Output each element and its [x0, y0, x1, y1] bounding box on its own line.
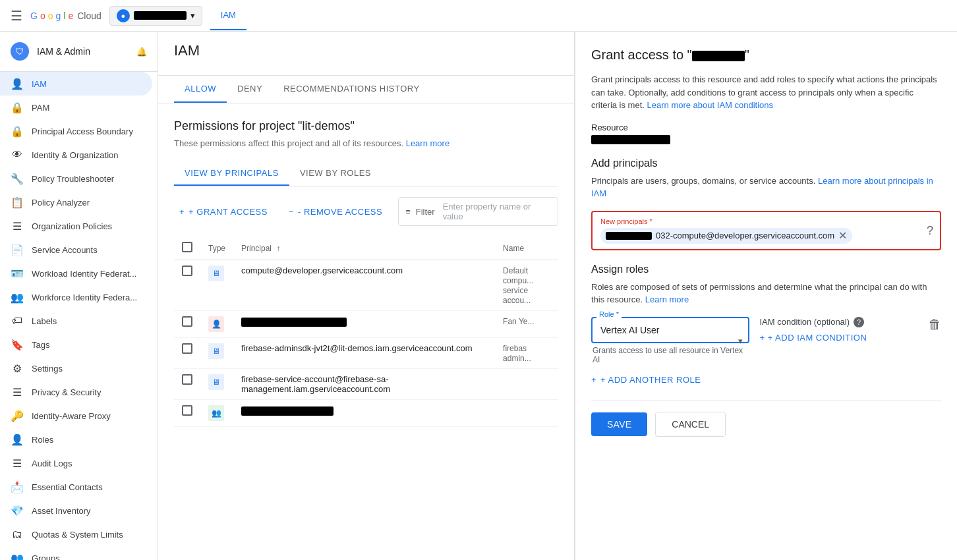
action-buttons: SAVE CANCEL — [591, 412, 941, 437]
sidebar-item-identity[interactable]: 👁 Identity & Organization — [0, 143, 152, 167]
menu-icon[interactable]: ☰ — [11, 8, 22, 24]
principal-name-redacted — [241, 318, 347, 327]
row-checkbox[interactable] — [182, 266, 192, 276]
grant-panel: Grant access to "" Grant principals acce… — [575, 32, 957, 560]
cancel-button[interactable]: CANCEL — [655, 412, 726, 437]
sidebar-item-privacy-security[interactable]: ☰ Privacy & Security — [0, 380, 152, 404]
save-button[interactable]: SAVE — [591, 412, 647, 436]
help-condition-icon[interactable]: ? — [854, 317, 864, 327]
row-checkbox[interactable] — [182, 405, 192, 416]
sidebar-item-essential-contacts[interactable]: 📩 Essential Contacts — [0, 475, 152, 499]
sidebar-item-label: Asset Inventory — [32, 506, 91, 516]
plus-condition-icon: + — [760, 333, 765, 343]
row-checkbox[interactable] — [182, 343, 192, 354]
assign-roles-desc: Roles are composed of sets of permission… — [591, 281, 941, 306]
add-principals-title: Add principals — [591, 157, 941, 169]
sidebar: 🛡 IAM & Admin 🔔 👤 IAM 🔒 PAM 🔒 Principal … — [0, 32, 158, 560]
bell-icon[interactable]: 🔔 — [136, 47, 147, 57]
google-cloud-logo: Google Cloud — [30, 11, 102, 21]
principal-email: compute@developer.gserviceaccount.com — [241, 266, 487, 275]
tab-deny[interactable]: DENY — [227, 76, 273, 103]
sidebar-item-asset-inventory[interactable]: 💎 Asset Inventory — [0, 499, 152, 522]
type-icon: 👤 — [208, 316, 224, 332]
project-name-redacted — [134, 11, 187, 20]
filter-label: Filter — [416, 207, 435, 217]
add-another-role-button[interactable]: + + ADD ANOTHER ROLE — [591, 370, 941, 390]
sidebar-item-workload-identity[interactable]: 🪪 Workload Identity Federat... — [0, 262, 152, 285]
content-area: IAM ALLOW DENY RECOMMENDATIONS HISTORY P… — [158, 32, 957, 560]
identity-icon: 👁 — [11, 148, 24, 161]
delete-role-icon[interactable]: 🗑 — [928, 317, 941, 332]
learn-more-conditions-link[interactable]: Learn more about IAM conditions — [647, 100, 774, 110]
labels-icon: 🏷 — [11, 314, 24, 327]
sidebar-item-label: Policy Troubleshooter — [32, 174, 114, 184]
sidebar-item-quotas[interactable]: 🗂 Quotas & System Limits — [0, 522, 152, 546]
view-by-roles-tab[interactable]: VIEW BY ROLES — [289, 161, 382, 186]
add-iam-condition-button[interactable]: + + ADD IAM CONDITION — [760, 333, 867, 343]
role-description: Grants access to use all resource in Ver… — [591, 346, 749, 364]
project-name-redacted — [692, 51, 745, 61]
role-select-container: Role * Vertex AI User ▾ Grants access to… — [591, 317, 749, 364]
sidebar-item-iam[interactable]: 👤 IAM — [0, 72, 152, 96]
sidebar-item-groups[interactable]: 👥 Groups — [0, 546, 152, 560]
sidebar-item-label: Quotas & System Limits — [32, 530, 123, 540]
col-name: Name — [495, 237, 558, 260]
sidebar-item-labels[interactable]: 🏷 Labels — [0, 309, 152, 333]
tab-allow[interactable]: ALLOW — [174, 76, 227, 103]
assign-roles-title: Assign roles — [591, 264, 941, 275]
chip-close-icon[interactable]: ✕ — [838, 231, 847, 241]
help-icon[interactable]: ? — [927, 223, 933, 237]
table-row: 🖥 firebase-adminsdk-jvt2t@lit-demos.iam.… — [174, 338, 558, 369]
sidebar-item-settings[interactable]: ⚙ Settings — [0, 356, 152, 380]
sidebar-item-label: Privacy & Security — [32, 387, 101, 397]
sidebar-item-roles[interactable]: 👤 Roles — [0, 428, 152, 451]
add-principals-desc: Principals are users, groups, domains, o… — [591, 175, 941, 200]
type-icon: 🖥 — [208, 374, 224, 390]
shield-icon: 🛡 — [11, 42, 29, 61]
role-row: Role * Vertex AI User ▾ Grants access to… — [591, 317, 941, 364]
learn-more-link[interactable]: Learn more — [406, 138, 450, 148]
service-accounts-icon: 📄 — [11, 243, 24, 256]
audit-icon: ☰ — [11, 457, 24, 470]
row-checkbox[interactable] — [182, 316, 192, 327]
sidebar-item-pam[interactable]: 🔒 PAM — [0, 96, 152, 119]
role-select[interactable]: Vertex AI User — [591, 317, 749, 343]
iam-content: Permissions for project "lit-demos" Thes… — [158, 103, 574, 443]
iam-icon: 👤 — [11, 77, 24, 90]
chip-email: 032-compute@developer.gserviceaccount.co… — [656, 231, 834, 240]
filter-icon: ≡ — [405, 207, 411, 217]
main-layout: 🛡 IAM & Admin 🔔 👤 IAM 🔒 PAM 🔒 Principal … — [0, 32, 957, 560]
iam-panel: IAM ALLOW DENY RECOMMENDATIONS HISTORY P… — [158, 32, 575, 560]
iam-condition-label: IAM condition (optional) ? — [760, 317, 865, 327]
name-text: Fan Ye... — [503, 317, 534, 326]
sidebar-item-workforce-identity[interactable]: 👥 Workforce Identity Federa... — [0, 285, 152, 309]
sidebar-item-label: IAM — [32, 79, 47, 89]
learn-more-roles-link[interactable]: Learn more — [645, 294, 689, 304]
row-checkbox[interactable] — [182, 374, 192, 385]
new-principals-label: New principals * — [600, 217, 932, 225]
tab-recommendations[interactable]: RECOMMENDATIONS HISTORY — [273, 76, 430, 103]
sidebar-item-service-accounts[interactable]: 📄 Service Accounts — [0, 238, 152, 262]
grant-access-button[interactable]: + + GRANT ACCESS — [174, 203, 273, 221]
sidebar-item-audit-logs[interactable]: ☰ Audit Logs — [0, 451, 152, 475]
roles-icon: 👤 — [11, 433, 24, 446]
sidebar-item-org-policies[interactable]: ☰ Organization Policies — [0, 214, 152, 238]
remove-access-button[interactable]: − - REMOVE ACCESS — [283, 203, 388, 221]
filter-input-container[interactable]: ≡ Filter Enter property name or value — [398, 197, 558, 226]
sidebar-item-label: Roles — [32, 435, 53, 445]
sidebar-item-identity-aware-proxy[interactable]: 🔑 Identity-Aware Proxy — [0, 404, 152, 428]
sidebar-item-label: Identity-Aware Proxy — [32, 411, 111, 421]
sidebar-item-label: Workload Identity Federat... — [32, 269, 136, 279]
sidebar-item-policy-analyzer[interactable]: 📋 Policy Analyzer — [0, 190, 152, 214]
table-row: 🖥 compute@developer.gserviceaccount.com … — [174, 260, 558, 311]
iam-tabs: ALLOW DENY RECOMMENDATIONS HISTORY — [158, 76, 574, 103]
sidebar-item-policy-troubleshooter[interactable]: 🔧 Policy Troubleshooter — [0, 167, 152, 190]
project-selector[interactable]: ● ▾ — [109, 6, 202, 26]
sidebar-item-pab[interactable]: 🔒 Principal Access Boundary — [0, 119, 152, 143]
col-principal: Principal ↑ — [233, 237, 495, 260]
sidebar-item-tags[interactable]: 🔖 Tags — [0, 333, 152, 356]
topbar-tab-iam[interactable]: IAM — [210, 1, 246, 30]
select-all-checkbox[interactable] — [182, 242, 192, 252]
view-by-principals-tab[interactable]: VIEW BY PRINCIPALS — [174, 161, 289, 186]
sidebar-item-label: Organization Policies — [32, 221, 112, 231]
